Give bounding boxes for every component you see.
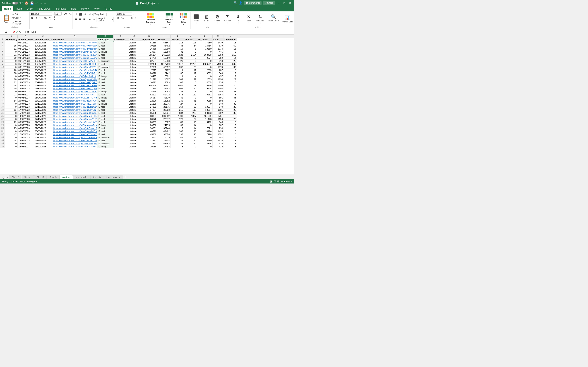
table-cell[interactable]: Lifetime — [128, 99, 141, 102]
table-cell[interactable]: 05/12/2023 — [17, 44, 34, 47]
table-cell[interactable]: 28 — [5, 84, 17, 87]
table-cell[interactable]: 28170 — [141, 118, 157, 121]
table-cell[interactable]: 12 — [224, 75, 237, 78]
table-cell[interactable]: IG reel — [97, 130, 113, 133]
table-cell[interactable]: 9 — [5, 105, 17, 108]
table-cell[interactable]: 17479 — [157, 136, 171, 139]
table-cell[interactable]: 07/13/2023 — [34, 118, 52, 121]
table-cell[interactable] — [113, 41, 128, 44]
table-cell[interactable]: 07/15/2023 — [34, 111, 52, 115]
table-cell[interactable]: 0 — [197, 50, 213, 53]
table-cell[interactable]: 28 — [224, 105, 237, 108]
table-cell[interactable]: 126 — [213, 142, 224, 145]
table-cell[interactable]: 3 — [224, 145, 237, 148]
row-number[interactable]: 36 — [0, 145, 5, 148]
table-cell[interactable]: 07/20/2023 — [34, 99, 52, 102]
table-cell[interactable]: IG reel — [97, 87, 113, 90]
row-number[interactable]: 24 — [0, 108, 5, 111]
table-cell[interactable]: IG reel — [97, 139, 113, 142]
row-number[interactable]: 30 — [0, 127, 5, 130]
table-cell[interactable]: 35140 — [157, 127, 171, 130]
table-cell[interactable]: Lifetime — [128, 124, 141, 127]
table-cell[interactable]: IG reel — [97, 127, 113, 130]
table-cell[interactable]: https://www.instagram.com/reel/CurhcYTtH… — [52, 115, 97, 118]
table-cell[interactable]: Lifetime — [128, 130, 141, 133]
table-cell[interactable]: 843 — [213, 121, 224, 124]
table-cell[interactable]: Lifetime — [128, 102, 141, 105]
row-number[interactable]: 33 — [0, 136, 5, 139]
table-cell[interactable]: IG reel — [97, 93, 113, 96]
table-cell[interactable] — [113, 59, 128, 63]
table-cell[interactable]: 62193 — [141, 93, 157, 96]
table-cell[interactable]: 8 — [5, 115, 17, 118]
table-cell[interactable]: 19056 — [141, 145, 157, 148]
table-cell[interactable]: 11428 — [197, 118, 213, 121]
table-cell[interactable]: 88 — [5, 72, 17, 75]
table-cell[interactable]: 25 — [184, 133, 197, 136]
table-cell[interactable]: Lifetime — [128, 87, 141, 90]
table-cell[interactable]: 11 — [184, 72, 197, 75]
table-cell[interactable]: 11/03/2023 — [34, 57, 52, 59]
sheet-tab-Sheet2[interactable]: Sheet2 — [9, 175, 21, 179]
table-cell[interactable]: 17298 — [197, 133, 213, 136]
table-cell[interactable]: 31629 — [157, 96, 171, 99]
table-cell[interactable]: 23 — [5, 93, 17, 96]
table-cell[interactable]: 17007 — [157, 121, 171, 124]
corner-cell[interactable] — [0, 35, 5, 38]
table-cell[interactable]: 104886 — [141, 84, 157, 87]
table-cell[interactable]: IG image — [97, 102, 113, 105]
row-number[interactable]: 34 — [0, 139, 5, 142]
table-cell[interactable]: 53788 — [157, 142, 171, 145]
table-cell[interactable]: 14 — [184, 142, 197, 145]
table-cell[interactable]: 10680 — [197, 47, 213, 50]
table-cell[interactable]: Lifetime — [128, 66, 141, 69]
save-icon[interactable]: 💾 — [30, 1, 34, 5]
table-cell[interactable] — [113, 78, 128, 81]
table-cell[interactable]: 1552 — [213, 133, 224, 136]
table-cell[interactable]: https://www.instagram.com/p/CtTt_tMPV-I/ — [52, 59, 97, 63]
table-cell[interactable]: 0 — [5, 145, 17, 148]
table-cell[interactable]: 406 — [171, 87, 184, 90]
table-cell[interactable]: https://www.instagram.com/reel/CuBTyzVO8… — [52, 133, 97, 136]
table-cell[interactable]: 30/06/2023 — [17, 130, 34, 133]
row-number[interactable]: 17 — [0, 87, 5, 90]
table-cell[interactable]: 37 — [171, 72, 184, 75]
currency-btn[interactable]: $ — [116, 16, 120, 20]
table-cell[interactable]: 1819 — [213, 66, 224, 69]
row-number[interactable]: 29 — [0, 124, 5, 127]
col-header-G[interactable]: G — [128, 35, 141, 38]
row-number[interactable]: 35 — [0, 142, 5, 145]
table-cell[interactable]: 151939 — [197, 115, 213, 118]
table-cell[interactable]: https://www.instagram.com/p/Ct_oYFbPW-v/ — [52, 136, 97, 139]
table-cell[interactable]: 30 — [224, 111, 237, 115]
table-cell[interactable]: 313 — [213, 59, 224, 63]
tab-view[interactable]: View — [92, 6, 102, 11]
table-cell[interactable]: 1126 — [213, 118, 224, 121]
table-cell[interactable]: 6 — [184, 59, 197, 63]
fill-btn[interactable]: ⬇ Fill ▾ — [233, 13, 243, 25]
table-cell[interactable]: Comments — [224, 38, 237, 41]
table-cell[interactable]: 07/19/2023 — [34, 102, 52, 105]
table-cell[interactable]: IG reel — [97, 41, 113, 44]
row-number[interactable]: 28 — [0, 121, 5, 124]
table-cell[interactable] — [113, 145, 128, 148]
table-cell[interactable]: 949 — [213, 72, 224, 75]
table-cell[interactable] — [113, 105, 128, 108]
number-format-dropdown[interactable]: General — [116, 12, 132, 16]
table-cell[interactable]: 9924 — [197, 87, 213, 90]
table-cell[interactable]: 18 — [224, 115, 237, 118]
table-cell[interactable]: IG image — [97, 96, 113, 99]
table-cell[interactable]: 9 — [224, 99, 237, 102]
copy-button[interactable]: ⧉ Copy ▾ — [12, 16, 28, 20]
table-cell[interactable]: Lifetime — [128, 44, 141, 47]
table-cell[interactable]: 24751 — [141, 57, 157, 59]
align-left-btn[interactable]: ☰ — [74, 17, 78, 22]
row-number[interactable]: 25 — [0, 111, 5, 115]
col-header-C[interactable]: C — [34, 35, 52, 38]
table-cell[interactable]: 14 — [184, 127, 197, 130]
table-cell[interactable]: 26802 — [157, 139, 171, 142]
table-cell[interactable]: 12603 — [197, 78, 213, 81]
table-cell[interactable]: https://www.instagram.com/reel/Cu60dPVAI… — [52, 99, 97, 102]
table-cell[interactable]: 106 — [184, 41, 197, 44]
table-cell[interactable]: 17498 — [157, 145, 171, 148]
